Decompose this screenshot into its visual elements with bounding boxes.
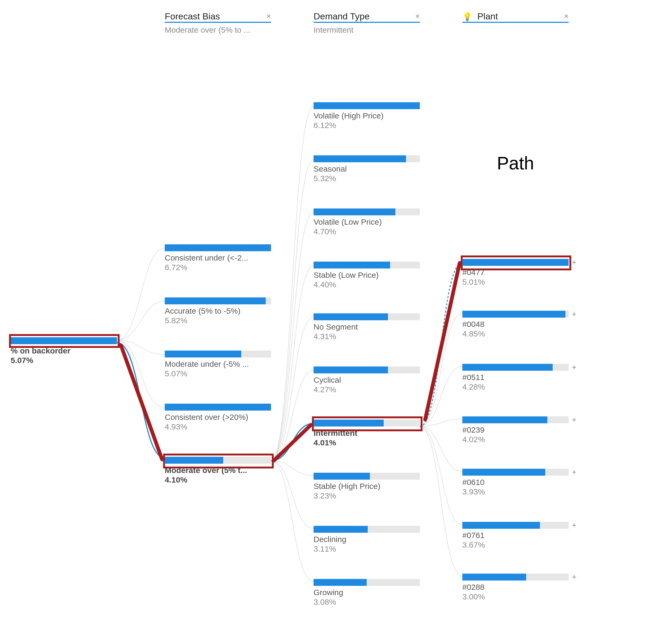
tree-node[interactable]: #07613.67% [462,522,569,549]
expand-icon[interactable]: + [572,310,577,319]
node-label: Volatile (High Price) [314,111,420,120]
bar [314,262,420,268]
expand-icon[interactable]: + [572,573,577,582]
node-value: 3.00% [462,592,569,601]
node-label: No Segment [314,322,420,331]
bar [165,297,271,304]
bar [11,337,117,344]
node-label: Growing [314,588,420,597]
node-label: Cyclical [314,376,420,385]
tree-node[interactable]: Consistent under (<-2...6.72% [165,244,271,272]
header-forecast-bias: Forecast Bias × Moderate over (5% to ... [165,11,271,34]
node-label: Volatile (Low Price) [314,218,420,227]
expand-icon[interactable]: + [572,521,577,530]
expand-icon[interactable]: + [572,258,577,267]
expand-icon[interactable]: + [572,468,577,477]
node-value: 3.67% [462,541,569,549]
bar [462,574,569,581]
bar [165,404,271,411]
node-value: 3.08% [314,598,420,607]
tree-node[interactable]: Intermittent4.01% [314,420,420,447]
node-value: 4.31% [314,332,420,341]
node-label: #0048 [462,320,569,329]
header-demand-type: Demand Type × Intermittent [314,11,420,34]
expand-icon[interactable]: + [572,363,577,372]
bar [314,102,420,109]
node-value: 3.11% [314,544,420,553]
close-icon[interactable]: × [564,12,569,21]
tree-node[interactable]: Consistent over (>20%)4.93% [165,404,271,431]
root-node[interactable]: % on backorder 5.07% [11,337,117,365]
node-value: 4.85% [462,329,569,338]
node-label: Stable (Low Price) [314,270,420,280]
header-title: Demand Type [314,11,370,22]
node-label: #0761 [462,531,569,540]
node-value: 3.23% [314,491,420,500]
expand-icon[interactable]: + [572,415,577,424]
tree-node[interactable]: #06103.93% [462,469,569,496]
node-value: 4.10% [165,475,271,484]
tree-node[interactable]: Declining3.11% [314,526,420,553]
path-annotation-label: Path [497,153,534,173]
node-label: % on backorder [11,346,117,355]
tree-node[interactable]: Moderate under (-5% ...5.07% [165,351,271,378]
node-label: Seasonal [314,164,420,173]
node-label: #0511 [462,373,569,382]
node-label: #0477 [462,268,569,277]
node-value: 4.28% [462,382,569,391]
bar [314,155,420,162]
node-label: #0239 [462,425,569,434]
node-label: #0610 [462,478,569,487]
node-label: Accurate (5% to -5%) [165,307,271,316]
bar [165,244,271,251]
node-label: Consistent over (>20%) [165,413,271,422]
tree-node[interactable]: #00484.85% [462,311,569,338]
tree-node[interactable]: Moderate over (5% t...4.10% [165,457,271,484]
tree-node[interactable]: Volatile (High Price)6.12% [314,102,420,130]
bar [462,311,569,318]
node-value: 5.07% [11,356,117,365]
tree-node[interactable]: No Segment4.31% [314,313,420,341]
bar [462,416,569,423]
node-label: Consistent under (<-2... [165,253,271,262]
tree-node[interactable]: Stable (Low Price)4.40% [314,262,420,289]
bar [314,366,420,374]
bar [314,526,420,533]
node-value: 6.12% [314,121,420,130]
node-value: 5.01% [462,278,569,287]
tree-node[interactable]: #02883.00% [462,574,569,601]
node-label: Stable (High Price) [314,482,420,491]
bar [314,420,420,426]
bar [314,208,420,215]
tree-node[interactable]: Growing3.08% [314,579,420,607]
tree-node[interactable]: #02394.02% [462,416,569,444]
close-icon[interactable]: × [415,12,420,21]
tree-node[interactable]: Cyclical4.27% [314,366,420,394]
node-label: Moderate under (-5% ... [165,360,271,368]
bar [165,457,271,464]
node-value: 5.32% [314,174,420,183]
node-value: 5.82% [165,316,271,325]
tree-node[interactable]: Seasonal5.32% [314,155,420,183]
tree-node[interactable]: Stable (High Price)3.23% [314,473,420,500]
tree-node[interactable]: Accurate (5% to -5%)5.82% [165,297,271,325]
tree-node[interactable]: Volatile (Low Price)4.70% [314,208,420,236]
node-value: 6.72% [165,263,271,272]
node-label: Intermittent [314,429,420,438]
bar [462,469,569,476]
tree-node[interactable]: #05114.28% [462,364,569,391]
bar [165,351,271,357]
node-value: 4.93% [165,422,271,431]
node-value: 4.01% [314,438,420,447]
close-icon[interactable]: × [266,12,271,21]
header-title: Forecast Bias [165,11,220,22]
node-value: 4.27% [314,385,420,394]
header-plant: 💡 Plant × [462,11,569,23]
bar [314,473,420,480]
bar [462,364,569,371]
header-subtitle: Intermittent [314,23,420,34]
tree-node[interactable]: #04775.01% [462,259,569,287]
node-value: 4.40% [314,280,420,289]
bar [314,313,420,320]
node-value: 3.93% [462,487,569,496]
